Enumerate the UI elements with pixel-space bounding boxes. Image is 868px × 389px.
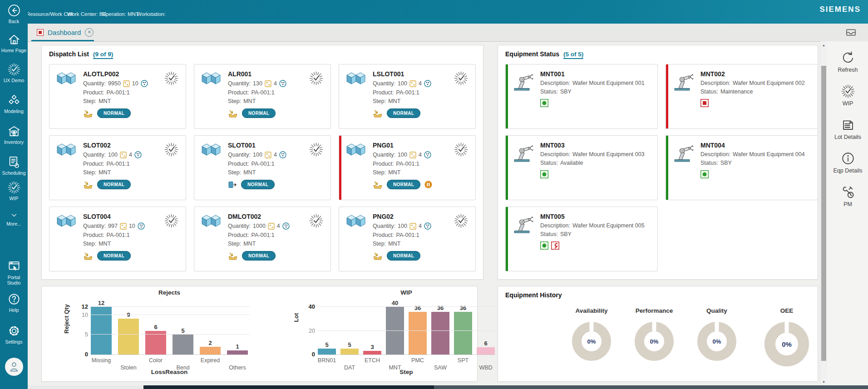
donut-ring: 0% [697, 322, 736, 361]
dispatch-card-slot001[interactable]: SLOT001 Quantity:100 4 Product:PA-001:1 … [194, 135, 331, 200]
equipment-name: MNT002 [700, 70, 818, 78]
equipment-history-panel: Equipment History Availability 0% Perfor… [498, 286, 818, 382]
dice-icon [265, 152, 271, 158]
wafer-count-icon [141, 80, 148, 87]
gauge-availability: Availability 0% [566, 307, 617, 366]
sidebar-item-modeling[interactable]: Modeling [0, 94, 28, 114]
scroll-up-arrow-icon[interactable]: ▲ [820, 44, 827, 47]
pause-icon [424, 181, 432, 188]
lot-cubes-icon [57, 143, 78, 157]
dice-icon [409, 223, 416, 230]
scrollbar-thumb[interactable] [821, 66, 826, 361]
dice-icon [120, 152, 127, 158]
dispatch-card-lslot001[interactable]: LSLOT001 Quantity:100 4 Product:PA-001:1… [339, 64, 476, 129]
inbox-tray-icon[interactable] [845, 26, 857, 39]
bar-color: 6 [145, 324, 166, 355]
equipment-card-mnt001[interactable]: MNT001 Description:Wafer Mount Equipment… [505, 64, 658, 129]
dispatch-action-burst-icon[interactable] [164, 142, 179, 157]
dashboard-tab-icon [37, 29, 44, 36]
lot-cubes-icon [346, 215, 367, 228]
burst-icon [7, 181, 21, 194]
dispatch-action-burst-icon[interactable] [164, 213, 179, 228]
sidebar-item-portal-studio[interactable]: Portal Studio [0, 260, 28, 286]
status-edge [666, 64, 668, 128]
status-badge: NORMAL [97, 180, 131, 189]
sidebar-item-settings[interactable]: Settings [0, 324, 28, 345]
user-avatar[interactable] [5, 358, 23, 376]
donut-ring: 0% [635, 322, 674, 361]
right-action-rail: Refresh WIP Lot Details Eqp Details PM [827, 41, 868, 385]
dispatch-action-burst-icon[interactable] [164, 71, 179, 86]
bar-etch: 3 [363, 344, 381, 355]
dispatch-card-png02[interactable]: PNG02 Quantity:100 4 Product:PA-001:1 St… [339, 207, 476, 271]
rejects-x-axis-label: LossReason [91, 369, 248, 375]
dispatch-card-alr001[interactable]: ALR001 Quantity:130 4 Product:PA-001:1 S… [194, 64, 331, 129]
dispatch-count-link[interactable]: (9 of 9) [93, 51, 113, 59]
tray-in-icon [83, 252, 93, 260]
wafer-count-icon [138, 222, 145, 230]
context-work-center: Work Center: BE [67, 11, 106, 17]
bar-mnt: 40 [386, 300, 404, 355]
bar-saw: 36 [431, 305, 449, 355]
dispatch-action-burst-icon[interactable] [309, 142, 324, 157]
equipment-card-mnt003[interactable]: MNT003 Description:Wafer Mount Equipment… [505, 135, 658, 200]
sidebar-item-inventory[interactable]: Inventory [0, 124, 28, 145]
status-edge [506, 64, 508, 128]
rail-item-lot-details[interactable]: Lot Details [827, 118, 868, 140]
portal-window-icon [7, 260, 21, 273]
sidebar-item-help[interactable]: Help [0, 292, 28, 313]
sidebar-item-scheduling[interactable]: Scheduling [0, 155, 28, 176]
wip-chart: WIP Lot 40 20 0 5 5 3 40 36 36 36 6 BRN0… [301, 289, 495, 375]
equipment-status-title: Equipment Status [505, 50, 559, 58]
dispatch-action-burst-icon[interactable] [454, 142, 469, 157]
bottom-strip-dark [143, 385, 434, 389]
rail-item-wip[interactable]: WIP [827, 84, 868, 107]
dice-icon [120, 223, 127, 230]
close-icon[interactable]: ✕ [85, 28, 94, 37]
sidebar-item-wip[interactable]: WIP [0, 181, 28, 201]
lot-cubes-icon [202, 143, 222, 157]
status-badge: NORMAL [242, 251, 276, 261]
rail-item-pm[interactable]: PM [827, 185, 868, 207]
equipment-card-mnt005[interactable]: MNT005 Description:Wafer Mount Equipment… [505, 207, 658, 271]
equipment-history-title: Equipment History [505, 291, 562, 299]
dispatch-action-burst-icon[interactable] [309, 71, 324, 86]
status-badge: NORMAL [387, 108, 420, 118]
wafer-count-icon [424, 80, 431, 87]
rail-item-refresh[interactable]: Refresh [827, 50, 868, 73]
green-dot-icon [540, 241, 548, 250]
equipment-card-mnt004[interactable]: MNT004 Description:Wafer Mount Equipment… [666, 135, 818, 200]
sidebar-item-home-page[interactable]: Home Page [0, 33, 28, 53]
equipment-name: MNT004 [700, 142, 818, 149]
lot-cubes-icon [346, 143, 367, 157]
wip-plot-area: 40 20 0 5 5 3 40 36 36 36 6 [318, 307, 495, 355]
vertical-scrollbar[interactable]: ▲ ▼ [820, 41, 827, 385]
context-workstation: Workstation: [137, 11, 166, 17]
robot-arm-icon [512, 214, 533, 233]
wafer-count-icon [134, 151, 142, 158]
chevron-down-icon [8, 211, 20, 220]
red-wrench-icon [551, 241, 559, 250]
tab-dashboard[interactable]: Dashboard ✕ [34, 24, 96, 41]
dispatch-action-burst-icon[interactable] [309, 213, 324, 228]
dispatch-card-slot002[interactable]: SLOT002 Quantity:100 4 Product:PA-001:1 … [49, 135, 186, 200]
equipment-card-mnt002[interactable]: MNT002 Description:Wafer Mount Equipment… [666, 64, 818, 129]
equipment-name: MNT005 [540, 213, 657, 220]
horizontal-scrollbar[interactable] [28, 385, 143, 389]
active-tab-indicator [31, 40, 94, 41]
dispatch-list-title: Dispatch List [49, 50, 89, 58]
rail-item-eqp-details[interactable]: Eqp Details [827, 151, 868, 174]
dispatch-card-alotlp002[interactable]: ALOTLP002 Quantity:9950 10 Product:PA-00… [49, 64, 186, 129]
dispatch-card-png01[interactable]: PNG01 Quantity:100 4 Product:PA-001:1 St… [339, 135, 476, 200]
help-icon [7, 292, 21, 306]
dispatch-action-burst-icon[interactable] [454, 71, 469, 86]
dispatch-action-burst-icon[interactable] [454, 213, 469, 228]
sidebar-item-more[interactable]: More... [0, 211, 28, 227]
dispatch-card-slot004[interactable]: SLOT004 Quantity:997 10 Product:PA-001:1… [49, 207, 186, 271]
sidebar-item-ux-demo[interactable]: UX Demo [0, 63, 28, 83]
sidebar-item-back[interactable]: Back [0, 4, 28, 24]
dispatch-card-dmlot002[interactable]: DMLOT002 Quantity:1000 4 Product:PA-001:… [194, 207, 331, 271]
scroll-down-arrow-icon[interactable]: ▼ [820, 380, 827, 384]
equipment-count-link[interactable]: (5 of 5) [563, 51, 583, 59]
box-out-icon [228, 181, 237, 188]
